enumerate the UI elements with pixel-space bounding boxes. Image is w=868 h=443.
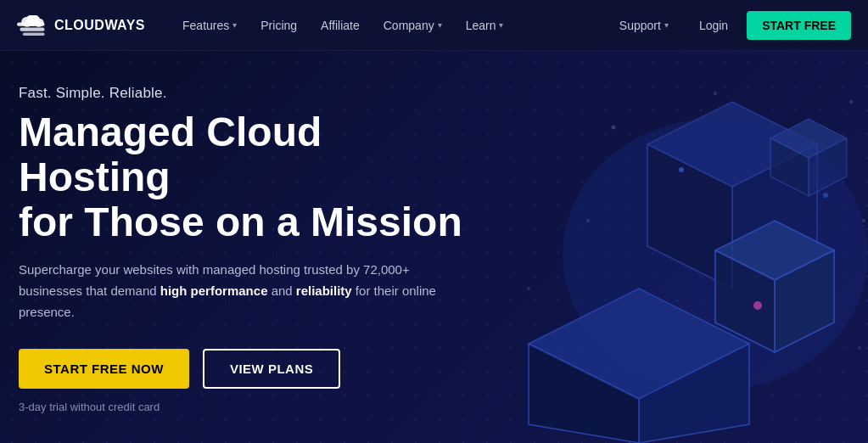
- svg-point-28: [586, 219, 590, 222]
- hero-tagline: Fast. Simple. Reliable.: [19, 85, 467, 102]
- svg-point-5: [34, 18, 44, 26]
- trial-text: 3-day trial without credit card: [19, 401, 467, 413]
- nav-learn[interactable]: Learn ▾: [454, 12, 516, 39]
- nav-pricing[interactable]: Pricing: [249, 12, 309, 39]
- hero-section: Fast. Simple. Reliable. Managed Cloud Ho…: [0, 51, 868, 443]
- login-button[interactable]: Login: [686, 12, 742, 39]
- chevron-down-icon: ▾: [664, 20, 669, 30]
- svg-point-24: [823, 193, 828, 198]
- logo-text: CLOUDWAYS: [54, 18, 145, 33]
- hero-visual: [444, 51, 868, 443]
- svg-point-22: [753, 301, 762, 310]
- svg-point-30: [858, 346, 861, 350]
- nav-company[interactable]: Company ▾: [372, 12, 454, 39]
- svg-rect-1: [20, 27, 44, 31]
- start-free-now-button[interactable]: START FREE NOW: [19, 349, 189, 389]
- svg-point-27: [862, 219, 865, 222]
- logo[interactable]: CLOUDWAYS: [17, 15, 145, 36]
- nav-features[interactable]: Features ▾: [171, 12, 249, 39]
- svg-point-25: [612, 126, 616, 130]
- chevron-down-icon: ▾: [438, 20, 442, 30]
- nav-affiliate[interactable]: Affiliate: [309, 12, 372, 39]
- svg-rect-2: [23, 32, 45, 35]
- hero-buttons: START FREE NOW VIEW PLANS: [19, 349, 467, 389]
- nav-links: Features ▾ Pricing Affiliate Company ▾ L…: [171, 12, 608, 39]
- cloudways-logo-icon: [17, 15, 48, 36]
- start-free-nav-button[interactable]: START FREE: [747, 11, 851, 40]
- hero-title: Managed Cloud Hosting for Those on a Mis…: [19, 110, 467, 244]
- svg-point-31: [714, 92, 717, 95]
- chevron-down-icon: ▾: [232, 20, 237, 30]
- svg-point-29: [527, 287, 530, 290]
- isometric-illustration: [444, 51, 868, 443]
- nav-right: Support ▾ Login START FREE: [608, 11, 851, 40]
- chevron-down-icon: ▾: [499, 20, 503, 30]
- svg-point-26: [849, 100, 853, 104]
- svg-point-23: [679, 167, 684, 172]
- hero-description: Supercharge your websites with managed h…: [19, 260, 467, 322]
- support-button[interactable]: Support ▾: [608, 12, 680, 39]
- hero-content: Fast. Simple. Reliable. Managed Cloud Ho…: [0, 51, 492, 443]
- view-plans-button[interactable]: VIEW PLANS: [203, 349, 340, 389]
- navbar: CLOUDWAYS Features ▾ Pricing Affiliate C…: [0, 0, 868, 51]
